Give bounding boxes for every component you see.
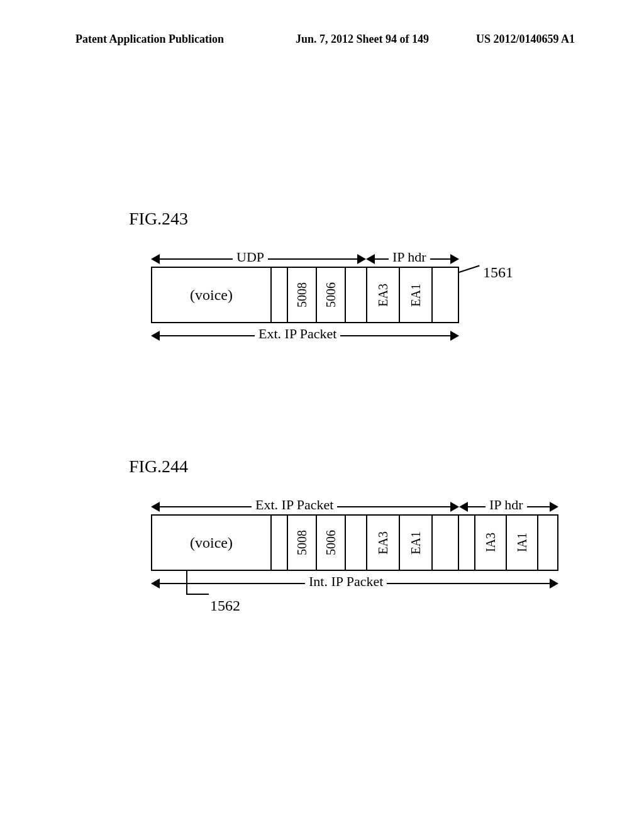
fig244-ia3-text: IA3	[484, 533, 498, 552]
fig243-ea3-text: EA3	[376, 284, 391, 307]
fig244-ref-leader-v	[186, 571, 187, 594]
fig244-dim-iphdr: IP hdr	[459, 499, 558, 514]
fig244-5006-text: 5006	[324, 530, 338, 555]
fig244-ia1-text: IA1	[515, 533, 530, 552]
fig244-gap5	[537, 514, 558, 571]
fig243-5008-cell: 5008	[287, 267, 317, 323]
fig244-dim-ext: Ext. IP Packet	[151, 499, 459, 514]
fig243-dim-iphdr-label: IP hdr	[389, 249, 430, 265]
fig243-packet: (voice) 5008 5006 EA3 EA1	[151, 267, 459, 323]
fig244-ia1-cell: IA1	[506, 514, 538, 571]
fig244-5006-cell: 5006	[316, 514, 346, 571]
fig243-voice-text: (voice)	[190, 287, 233, 304]
fig244-dim-int: Int. IP Packet	[151, 576, 558, 591]
fig243-gap2	[345, 267, 367, 323]
fig244-ref: 1562	[210, 597, 240, 614]
page: Patent Application Publication Jun. 7, 2…	[0, 0, 644, 830]
fig243-gap1	[270, 267, 288, 323]
fig243-voice-cell: (voice)	[151, 267, 272, 323]
header-left: Patent Application Publication	[75, 33, 224, 46]
fig244-dim-ext-label: Ext. IP Packet	[252, 497, 337, 513]
fig244-gap3	[431, 514, 459, 571]
fig244-dim-iphdr-label: IP hdr	[486, 497, 527, 513]
fig244-gap4	[458, 514, 475, 571]
fig243-ref: 1561	[483, 264, 513, 281]
header-mid: Jun. 7, 2012 Sheet 94 of 149	[296, 33, 429, 46]
fig244-packet: (voice) 5008 5006 EA3 EA1 IA3 IA1	[151, 514, 558, 571]
fig243-dim-udp-label: UDP	[233, 249, 268, 265]
fig243-label: FIG.243	[129, 209, 188, 229]
fig244-gap2	[345, 514, 367, 571]
fig243-dim-udp: UDP	[151, 252, 366, 267]
fig244-gap1	[270, 514, 288, 571]
fig243-gap3	[431, 267, 459, 323]
fig244-ea3-cell: EA3	[366, 514, 400, 571]
fig243-5006-text: 5006	[324, 282, 338, 307]
fig243-ea1-cell: EA1	[399, 267, 433, 323]
header-right: US 2012/0140659 A1	[476, 33, 575, 46]
fig243-dim-ext: Ext. IP Packet	[151, 328, 459, 343]
fig244-label: FIG.244	[129, 456, 188, 477]
fig244-ea1-cell: EA1	[399, 514, 433, 571]
fig244-dim-int-label: Int. IP Packet	[305, 573, 387, 590]
fig244-ia3-cell: IA3	[474, 514, 507, 571]
fig243-ea1-text: EA1	[409, 284, 423, 307]
fig243-dim-iphdr: IP hdr	[366, 252, 459, 267]
fig244-5008-text: 5008	[295, 530, 309, 555]
fig244-voice-text: (voice)	[190, 534, 233, 551]
fig243-ref-leader	[459, 265, 480, 273]
fig244-voice-cell: (voice)	[151, 514, 272, 571]
fig243-ea3-cell: EA3	[366, 267, 400, 323]
fig243-5008-text: 5008	[295, 282, 309, 307]
fig244-ea3-text: EA3	[376, 531, 391, 555]
fig244-ea1-text: EA1	[409, 531, 423, 555]
fig244-5008-cell: 5008	[287, 514, 317, 571]
fig243-dim-ext-label: Ext. IP Packet	[255, 326, 340, 342]
fig243-5006-cell: 5006	[316, 267, 346, 323]
fig244-ref-leader-h	[186, 594, 209, 595]
